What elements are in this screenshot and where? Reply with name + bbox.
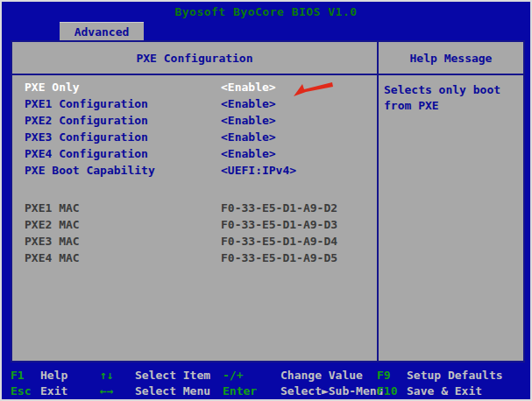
hotkey-action: Exit [40,383,67,398]
hotkey-key: Esc [11,383,40,398]
settings-list: PXE Only <Enable> PXE1 Configuration <En… [12,75,379,361]
main-panel: PXE Configuration Help Message PXE Only … [11,40,525,362]
hotkey-updown-select-item: ↑↓ Select Item [100,368,210,383]
setting-value: <Enable> [221,114,276,127]
help-text-line: from PXE [384,98,518,114]
hotkey-action: Save & Exit [407,383,482,398]
hotkey-action: Setup Defaults [407,368,503,383]
setting-label: PXE4 Configuration [25,147,148,160]
hotkey-action: Select Menu [135,383,210,398]
info-label: PXE1 MAC [25,201,80,215]
setting-value: <Enable> [221,97,276,110]
info-value: F0-33-E5-D1-A9-D5 [221,251,337,264]
panel-header: PXE Configuration [12,42,379,75]
help-panel-header: Help Message [379,42,523,75]
setting-row-pxe-only[interactable]: PXE Only <Enable> [12,81,377,97]
info-value: F0-33-E5-D1-A9-D4 [221,235,337,248]
help-text-line: Selects only boot [384,82,518,98]
hotkey-key: F9 [377,368,407,383]
info-value: F0-33-E5-D1-A9-D3 [221,218,337,231]
hotkey-f10-save-exit: F10 Save & Exit [377,383,482,398]
bios-title: Byosoft ByoCore BIOS V1.0 [2,5,530,18]
setting-label: PXE2 Configuration [25,114,148,127]
setting-value: <Enable> [221,147,276,160]
setting-value: <Enable> [221,81,276,94]
bios-screen: Byosoft ByoCore BIOS V1.0 Advanced PXE C… [0,0,532,401]
setting-label: PXE1 Configuration [25,97,148,110]
setting-row-pxe-boot-capability[interactable]: PXE Boot Capability <UEFI:IPv4> [12,164,377,180]
info-value: F0-33-E5-D1-A9-D2 [221,201,337,215]
tab-advanced[interactable]: Advanced [60,22,144,40]
hotkey-action: Select Item [135,368,210,383]
help-panel-title: Help Message [410,52,493,65]
info-label: PXE3 MAC [25,235,80,248]
hotkey-key: F10 [377,383,407,398]
help-panel: Selects only boot from PXE [379,75,523,361]
hotkey-key: Enter [223,383,280,398]
hotkey-minusplus-change-value: -/+ Change Value [223,368,363,383]
setting-row-pxe4-configuration[interactable]: PXE4 Configuration <Enable> [12,147,377,164]
info-label: PXE2 MAC [25,218,80,231]
info-label: PXE4 MAC [25,251,80,264]
info-row-pxe3-mac: PXE3 MAC F0-33-E5-D1-A9-D4 [12,235,377,251]
hotkey-enter-select-submenu: Enter Select►Sub-Menu [223,383,383,398]
panel-title: PXE Configuration [136,52,252,65]
hotkey-f9-setup-defaults: F9 Setup Defaults [377,368,503,383]
setting-label: PXE Boot Capability [25,164,155,177]
setting-label: PXE Only [25,81,80,94]
hotkey-action: Help [40,368,67,383]
red-arrow-cursor [293,81,335,98]
setting-value: <Enable> [221,130,276,144]
info-row-pxe2-mac: PXE2 MAC F0-33-E5-D1-A9-D3 [12,218,377,235]
info-row-pxe4-mac: PXE4 MAC F0-33-E5-D1-A9-D5 [12,251,377,268]
hotkey-key: F1 [11,368,40,383]
hotkey-leftright-select-menu: ←→ Select Menu [100,383,210,398]
list-spacer [12,180,377,201]
hotkey-esc-exit: Esc Exit [11,383,67,398]
hotkey-action: Select►Sub-Menu [280,383,383,398]
info-row-pxe1-mac: PXE1 MAC F0-33-E5-D1-A9-D2 [12,201,377,218]
setting-row-pxe3-configuration[interactable]: PXE3 Configuration <Enable> [12,130,377,147]
setting-row-pxe2-configuration[interactable]: PXE2 Configuration <Enable> [12,114,377,130]
setting-value: <UEFI:IPv4> [221,164,296,177]
hotkey-key: ←→ [100,383,135,398]
hotkey-key: ↑↓ [100,368,135,383]
setting-row-pxe1-configuration[interactable]: PXE1 Configuration <Enable> [12,97,377,114]
hotkey-key: -/+ [223,368,280,383]
hotkey-f1-help: F1 Help [11,368,67,383]
hotkey-action: Change Value [280,368,363,383]
setting-label: PXE3 Configuration [25,130,148,144]
tab-advanced-label: Advanced [74,25,130,39]
